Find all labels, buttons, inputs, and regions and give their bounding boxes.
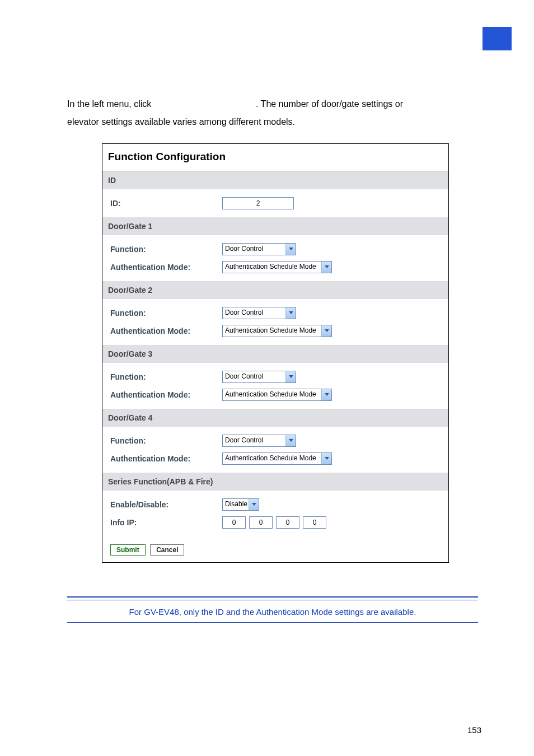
function-config-panel: Function Configuration ID ID: Door/Gate … <box>102 143 449 563</box>
info-ip-octet-1[interactable] <box>222 516 246 529</box>
gate4-function-value: Door Control <box>223 435 285 446</box>
section-body-id: ID: <box>102 189 448 217</box>
svg-marker-6 <box>289 439 293 442</box>
svg-marker-2 <box>289 311 293 314</box>
button-row: Submit Cancel <box>102 536 448 562</box>
enable-disable-select[interactable]: Disable <box>222 498 259 511</box>
chevron-down-icon <box>285 307 296 319</box>
gate2-auth-label: Authentication Mode: <box>110 326 222 335</box>
gate4-function-label: Function: <box>110 436 222 445</box>
section-header-gate1: Door/Gate 1 <box>102 217 448 235</box>
section-header-id: ID <box>102 171 448 189</box>
gate4-auth-label: Authentication Mode: <box>110 454 222 463</box>
section-header-series: Series Function(APB & Fire) <box>102 473 448 491</box>
footnote-area: For GV-EV48, only the ID and the Authent… <box>67 596 478 623</box>
divider <box>67 600 478 600</box>
chevron-down-icon <box>321 389 331 400</box>
gate2-auth-value: Authentication Schedule Mode <box>223 325 321 337</box>
chevron-down-icon <box>285 371 296 382</box>
gate2-auth-select[interactable]: Authentication Schedule Mode <box>222 325 332 337</box>
enable-disable-label: Enable/Disable: <box>110 500 222 509</box>
gate4-function-select[interactable]: Door Control <box>222 435 296 447</box>
panel-title: Function Configuration <box>102 144 448 171</box>
gate3-auth-value: Authentication Schedule Mode <box>223 389 321 400</box>
gate3-function-select[interactable]: Door Control <box>222 371 296 383</box>
id-label: ID: <box>110 199 222 208</box>
section-body-gate2: Function: Door Control Authentication Mo… <box>102 299 448 345</box>
submit-button[interactable]: Submit <box>110 544 146 556</box>
info-ip-group <box>222 516 330 529</box>
intro-line2: elevator settings available varies among… <box>67 117 295 127</box>
id-input[interactable] <box>222 197 294 209</box>
gate3-function-label: Function: <box>110 372 222 381</box>
gate1-auth-select[interactable]: Authentication Schedule Mode <box>222 261 332 273</box>
gate2-function-label: Function: <box>110 309 222 318</box>
gate2-function-value: Door Control <box>223 307 285 319</box>
intro-line1-suffix: . The number of door/gate settings or <box>256 99 403 109</box>
chevron-down-icon <box>249 499 259 510</box>
svg-marker-5 <box>325 393 329 396</box>
gate3-auth-select[interactable]: Authentication Schedule Mode <box>222 389 332 401</box>
intro-line1-gap <box>154 99 256 109</box>
section-body-gate3: Function: Door Control Authentication Mo… <box>102 363 448 409</box>
gate3-function-value: Door Control <box>223 371 285 382</box>
footnote-text: For GV-EV48, only the ID and the Authent… <box>67 607 478 617</box>
gate4-auth-select[interactable]: Authentication Schedule Mode <box>222 452 332 465</box>
section-body-series: Enable/Disable: Disable Info IP: <box>102 491 448 536</box>
svg-marker-4 <box>289 375 293 378</box>
chevron-down-icon <box>321 453 331 464</box>
section-header-gate3: Door/Gate 3 <box>102 345 448 363</box>
svg-marker-0 <box>289 248 293 250</box>
svg-marker-1 <box>325 265 329 268</box>
divider <box>67 596 478 598</box>
intro-paragraph: In the left menu, click . The number of … <box>67 95 478 131</box>
intro-line1-prefix: In the left menu, click <box>67 99 154 109</box>
info-ip-octet-4[interactable] <box>303 516 326 529</box>
section-header-gate4: Door/Gate 4 <box>102 409 448 427</box>
svg-marker-3 <box>325 329 329 332</box>
section-body-gate4: Function: Door Control Authentication Mo… <box>102 427 448 473</box>
gate4-auth-value: Authentication Schedule Mode <box>223 453 321 464</box>
gate1-auth-label: Authentication Mode: <box>110 263 222 272</box>
gate1-function-value: Door Control <box>223 244 285 255</box>
gate3-auth-label: Authentication Mode: <box>110 390 222 399</box>
gate1-function-select[interactable]: Door Control <box>222 243 296 255</box>
section-body-gate1: Function: Door Control Authentication Mo… <box>102 235 448 281</box>
chevron-down-icon <box>285 244 296 255</box>
enable-disable-value: Disable <box>223 499 249 510</box>
info-ip-label: Info IP: <box>110 518 222 527</box>
gate1-auth-value: Authentication Schedule Mode <box>223 262 321 273</box>
chevron-down-icon <box>321 262 331 273</box>
chevron-down-icon <box>321 325 331 337</box>
svg-marker-7 <box>325 457 329 460</box>
gate2-function-select[interactable]: Door Control <box>222 307 296 319</box>
cancel-button[interactable]: Cancel <box>150 544 184 556</box>
info-ip-octet-3[interactable] <box>276 516 299 529</box>
info-ip-octet-2[interactable] <box>249 516 273 529</box>
chevron-down-icon <box>285 435 296 446</box>
divider <box>67 622 478 623</box>
section-header-gate2: Door/Gate 2 <box>102 281 448 299</box>
page-content: In the left menu, click . The number of … <box>0 0 534 623</box>
page-number: 153 <box>467 725 481 735</box>
gate1-function-label: Function: <box>110 245 222 254</box>
header-accent-block <box>483 27 512 50</box>
svg-marker-8 <box>252 503 256 506</box>
